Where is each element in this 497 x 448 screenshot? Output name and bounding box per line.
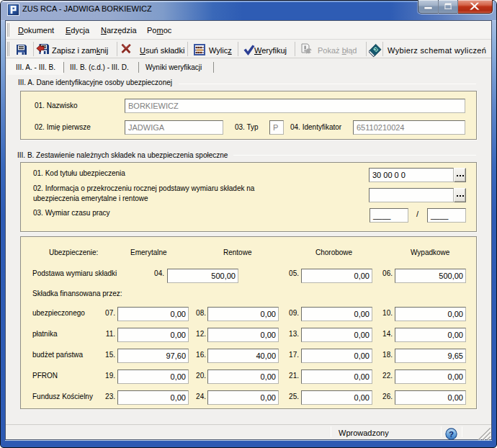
svg-text:?: ? [449,430,454,439]
